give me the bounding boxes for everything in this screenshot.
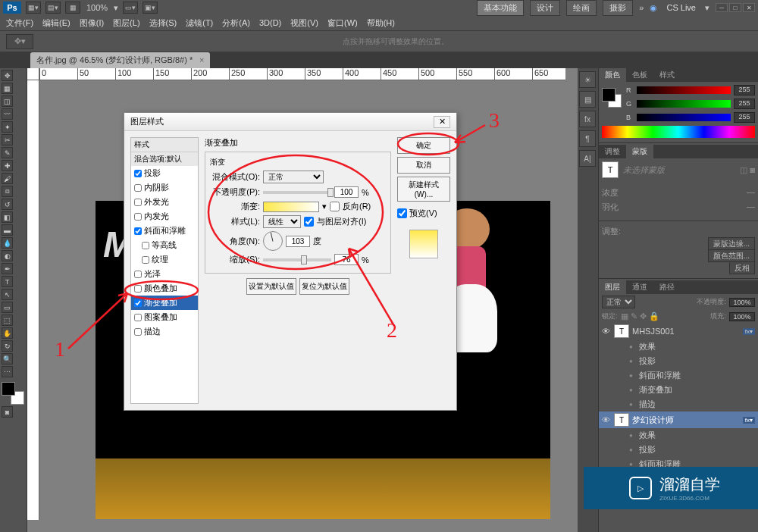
g-slider[interactable]	[637, 100, 731, 108]
blur-tool[interactable]: 💧	[2, 237, 13, 249]
tab-adjust[interactable]: 调整	[599, 145, 626, 158]
layer-effect[interactable]: 斜面和浮雕	[599, 368, 758, 383]
menu-image[interactable]: 图像(I)	[77, 16, 107, 30]
history-panel-icon[interactable]: ☀	[579, 71, 596, 88]
tab-swatches[interactable]: 色板	[626, 68, 653, 82]
ruler-horizontal[interactable]: 0501001502002503003504004505005506006507…	[39, 68, 565, 80]
view-extras-icon[interactable]: ▦	[65, 2, 80, 14]
style-pattern-overlay[interactable]: 图案叠加	[131, 310, 198, 324]
gradient-swatch[interactable]	[263, 202, 319, 212]
color-fgbg[interactable]	[602, 88, 622, 108]
invert-button[interactable]: 反相	[729, 261, 755, 274]
scale-input[interactable]	[334, 254, 359, 265]
style-contour[interactable]: 等高线	[131, 238, 198, 252]
tab-paths[interactable]: 路径	[653, 280, 681, 294]
hand-tool[interactable]: ✋	[2, 327, 13, 339]
close-icon[interactable]: ✕	[743, 3, 755, 12]
shape-tool[interactable]: ▭	[2, 302, 13, 313]
layer-row-selected[interactable]: 👁T梦幻设计师fx▾	[599, 412, 758, 428]
align-checkbox[interactable]	[304, 217, 314, 227]
stamp-tool[interactable]: ⧈	[2, 186, 13, 197]
style-drop-shadow[interactable]: 投影	[131, 166, 198, 180]
r-slider[interactable]	[637, 86, 731, 94]
cancel-button[interactable]: 取消	[397, 157, 450, 174]
opacity-slider[interactable]	[263, 191, 331, 194]
zoom-tool[interactable]: 🔍	[2, 353, 13, 365]
scale-slider[interactable]	[263, 258, 331, 261]
document-tab[interactable]: 名作.jpg @ 46.5% (梦幻设计师, RGB/8#) * ×	[30, 52, 210, 68]
layer-row[interactable]: 👁TMHSJS001fx▾	[599, 323, 758, 340]
gradient-tool[interactable]: ▬	[2, 224, 13, 236]
zoom-level[interactable]: 100%	[85, 3, 109, 12]
angle-input[interactable]	[286, 236, 310, 247]
preview-checkbox[interactable]	[397, 208, 407, 218]
opacity-input[interactable]	[334, 186, 359, 198]
ok-button[interactable]: 确定	[397, 137, 450, 154]
char-panel-icon[interactable]: ¶	[579, 130, 596, 147]
menu-analysis[interactable]: 分析(A)	[219, 16, 253, 30]
layer-effect[interactable]: 效果	[599, 340, 758, 354]
tab-color[interactable]: 颜色	[599, 68, 626, 82]
color-picker[interactable]	[2, 382, 24, 405]
menu-layer[interactable]: 图层(L)	[110, 16, 143, 30]
style-stroke[interactable]: 描边	[131, 324, 198, 339]
reverse-checkbox[interactable]	[330, 202, 340, 211]
style-color-overlay[interactable]: 颜色叠加	[131, 281, 198, 296]
workspace-essentials[interactable]: 基本功能	[477, 0, 524, 16]
menu-window[interactable]: 窗口(W)	[324, 16, 361, 30]
mask-edge-button[interactable]: 蒙版边缘...	[708, 237, 755, 250]
rotate-tool[interactable]: ↻	[2, 340, 13, 352]
menu-select[interactable]: 选择(S)	[146, 16, 180, 30]
menu-edit[interactable]: 编辑(E)	[39, 16, 74, 30]
ruler-origin[interactable]	[27, 68, 39, 80]
visibility-icon[interactable]: 👁	[602, 327, 611, 336]
move-tool[interactable]: ✥	[2, 70, 13, 81]
angle-wheel[interactable]	[263, 231, 283, 251]
lasso-tool[interactable]: 〰	[2, 108, 13, 120]
menu-view[interactable]: 视图(V)	[287, 16, 321, 30]
crop-tool[interactable]: ✂	[2, 134, 13, 146]
style-inner-glow[interactable]: 内发光	[131, 209, 198, 224]
eyedrop-tool[interactable]: ✎	[2, 147, 13, 158]
layer-effect[interactable]: 描边	[599, 397, 758, 412]
dialog-close-icon[interactable]: ✕	[434, 116, 450, 128]
eraser-tool[interactable]: ◧	[2, 211, 13, 223]
menu-3d[interactable]: 3D(D)	[256, 17, 284, 29]
cs-live[interactable]: CS Live	[663, 3, 699, 12]
color-range-button[interactable]: 颜色范围...	[708, 249, 755, 262]
layer-effect[interactable]: 投影	[599, 443, 758, 457]
dodge-tool[interactable]: ◐	[2, 250, 13, 261]
fill-value[interactable]: 100%	[729, 312, 755, 321]
mini-bridge-icon[interactable]: ▤▾	[45, 2, 61, 14]
para-panel-icon[interactable]: A|	[579, 150, 596, 167]
blend-mode-select[interactable]: 正常	[602, 296, 635, 308]
workspace-design[interactable]: 设计	[530, 0, 560, 16]
style-inner-shadow[interactable]: 内阴影	[131, 180, 198, 195]
visibility-icon[interactable]: 👁	[602, 415, 611, 424]
blend-options[interactable]: 混合选项:默认	[131, 152, 198, 166]
menu-help[interactable]: 帮助(H)	[364, 16, 398, 30]
marquee-tool[interactable]: ◫	[2, 95, 13, 107]
arrange-icon[interactable]: ▭▾	[123, 2, 138, 14]
blend-mode-dropdown[interactable]: 正常	[263, 171, 324, 183]
mask-thumb[interactable]: T	[602, 161, 619, 178]
style-gradient-overlay[interactable]: 渐变叠加	[131, 296, 198, 310]
color-spectrum[interactable]	[602, 126, 755, 138]
workspace-photo[interactable]: 摄影	[603, 0, 633, 16]
3d-tool[interactable]: ⬚	[2, 315, 13, 326]
style-outer-glow[interactable]: 外发光	[131, 195, 198, 209]
style-satin[interactable]: 光泽	[131, 267, 198, 281]
minimize-icon[interactable]: ─	[716, 3, 728, 12]
styles-header[interactable]: 样式	[131, 138, 198, 152]
dialog-titlebar[interactable]: 图层样式 ✕	[124, 113, 456, 131]
opacity-value[interactable]: 100%	[729, 298, 755, 307]
tab-layers[interactable]: 图层	[599, 280, 626, 294]
style-bevel[interactable]: 斜面和浮雕	[131, 224, 198, 238]
tool-extra[interactable]: ⋯	[2, 366, 13, 377]
menu-filter[interactable]: 滤镜(T)	[183, 16, 216, 30]
wand-tool[interactable]: ✦	[2, 121, 13, 133]
heal-tool[interactable]: ✚	[2, 160, 13, 171]
pen-tool[interactable]: ✒	[2, 263, 13, 274]
reset-default-button[interactable]: 复位为默认值	[299, 278, 349, 295]
history-tool[interactable]: ↺	[2, 199, 13, 210]
